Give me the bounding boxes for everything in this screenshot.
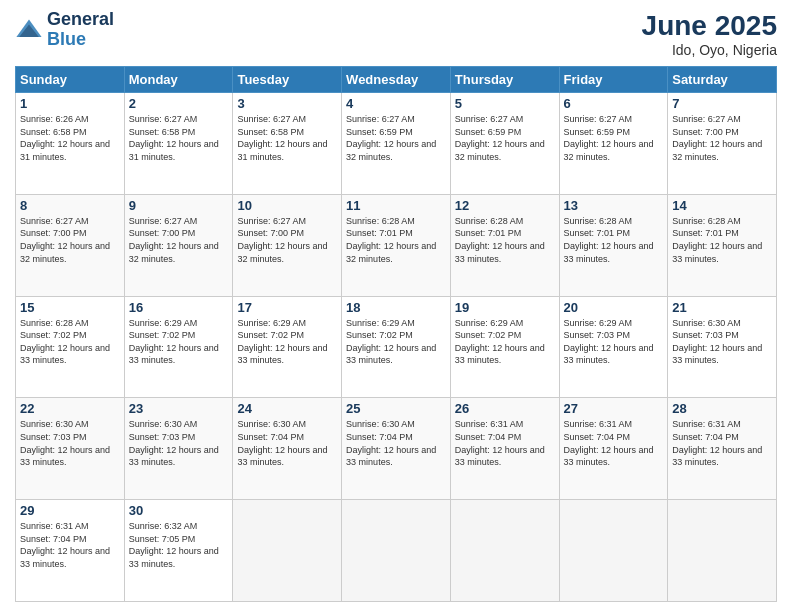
day-number: 10: [237, 198, 337, 213]
table-row: 18 Sunrise: 6:29 AM Sunset: 7:02 PM Dayl…: [342, 296, 451, 398]
day-number: 15: [20, 300, 120, 315]
table-row: 12 Sunrise: 6:28 AM Sunset: 7:01 PM Dayl…: [450, 194, 559, 296]
table-row: 8 Sunrise: 6:27 AM Sunset: 7:00 PM Dayli…: [16, 194, 125, 296]
table-row: 28 Sunrise: 6:31 AM Sunset: 7:04 PM Dayl…: [668, 398, 777, 500]
table-row: 1 Sunrise: 6:26 AM Sunset: 6:58 PM Dayli…: [16, 93, 125, 195]
day-number: 30: [129, 503, 229, 518]
table-row: 11 Sunrise: 6:28 AM Sunset: 7:01 PM Dayl…: [342, 194, 451, 296]
day-info: Sunrise: 6:30 AM Sunset: 7:03 PM Dayligh…: [20, 418, 120, 468]
day-info: Sunrise: 6:27 AM Sunset: 6:58 PM Dayligh…: [129, 113, 229, 163]
day-info: Sunrise: 6:27 AM Sunset: 6:59 PM Dayligh…: [455, 113, 555, 163]
day-number: 9: [129, 198, 229, 213]
table-row: 9 Sunrise: 6:27 AM Sunset: 7:00 PM Dayli…: [124, 194, 233, 296]
day-info: Sunrise: 6:29 AM Sunset: 7:02 PM Dayligh…: [129, 317, 229, 367]
calendar-row: 1 Sunrise: 6:26 AM Sunset: 6:58 PM Dayli…: [16, 93, 777, 195]
day-number: 24: [237, 401, 337, 416]
day-number: 5: [455, 96, 555, 111]
col-sunday: Sunday: [16, 67, 125, 93]
day-info: Sunrise: 6:28 AM Sunset: 7:01 PM Dayligh…: [346, 215, 446, 265]
day-info: Sunrise: 6:27 AM Sunset: 6:58 PM Dayligh…: [237, 113, 337, 163]
header: General Blue June 2025 Ido, Oyo, Nigeria: [15, 10, 777, 58]
location: Ido, Oyo, Nigeria: [642, 42, 777, 58]
day-number: 28: [672, 401, 772, 416]
table-row: 10 Sunrise: 6:27 AM Sunset: 7:00 PM Dayl…: [233, 194, 342, 296]
day-number: 13: [564, 198, 664, 213]
calendar-row: 15 Sunrise: 6:28 AM Sunset: 7:02 PM Dayl…: [16, 296, 777, 398]
day-info: Sunrise: 6:28 AM Sunset: 7:01 PM Dayligh…: [672, 215, 772, 265]
table-row: [559, 500, 668, 602]
day-number: 3: [237, 96, 337, 111]
table-row: 23 Sunrise: 6:30 AM Sunset: 7:03 PM Dayl…: [124, 398, 233, 500]
table-row: 15 Sunrise: 6:28 AM Sunset: 7:02 PM Dayl…: [16, 296, 125, 398]
day-info: Sunrise: 6:29 AM Sunset: 7:02 PM Dayligh…: [237, 317, 337, 367]
day-number: 17: [237, 300, 337, 315]
day-number: 16: [129, 300, 229, 315]
table-row: 17 Sunrise: 6:29 AM Sunset: 7:02 PM Dayl…: [233, 296, 342, 398]
day-number: 18: [346, 300, 446, 315]
table-row: 30 Sunrise: 6:32 AM Sunset: 7:05 PM Dayl…: [124, 500, 233, 602]
table-row: [450, 500, 559, 602]
day-info: Sunrise: 6:27 AM Sunset: 7:00 PM Dayligh…: [129, 215, 229, 265]
table-row: 13 Sunrise: 6:28 AM Sunset: 7:01 PM Dayl…: [559, 194, 668, 296]
day-info: Sunrise: 6:27 AM Sunset: 6:59 PM Dayligh…: [564, 113, 664, 163]
day-number: 6: [564, 96, 664, 111]
logo-icon: [15, 16, 43, 44]
day-number: 26: [455, 401, 555, 416]
day-info: Sunrise: 6:31 AM Sunset: 7:04 PM Dayligh…: [564, 418, 664, 468]
day-info: Sunrise: 6:30 AM Sunset: 7:03 PM Dayligh…: [129, 418, 229, 468]
table-row: 4 Sunrise: 6:27 AM Sunset: 6:59 PM Dayli…: [342, 93, 451, 195]
logo-text: General Blue: [47, 10, 114, 50]
day-number: 14: [672, 198, 772, 213]
day-number: 21: [672, 300, 772, 315]
table-row: 29 Sunrise: 6:31 AM Sunset: 7:04 PM Dayl…: [16, 500, 125, 602]
col-friday: Friday: [559, 67, 668, 93]
table-row: 7 Sunrise: 6:27 AM Sunset: 7:00 PM Dayli…: [668, 93, 777, 195]
day-info: Sunrise: 6:30 AM Sunset: 7:04 PM Dayligh…: [237, 418, 337, 468]
table-row: 22 Sunrise: 6:30 AM Sunset: 7:03 PM Dayl…: [16, 398, 125, 500]
day-number: 27: [564, 401, 664, 416]
table-row: [233, 500, 342, 602]
day-info: Sunrise: 6:28 AM Sunset: 7:01 PM Dayligh…: [455, 215, 555, 265]
day-number: 19: [455, 300, 555, 315]
day-info: Sunrise: 6:32 AM Sunset: 7:05 PM Dayligh…: [129, 520, 229, 570]
day-number: 23: [129, 401, 229, 416]
table-row: 27 Sunrise: 6:31 AM Sunset: 7:04 PM Dayl…: [559, 398, 668, 500]
day-number: 22: [20, 401, 120, 416]
table-row: 5 Sunrise: 6:27 AM Sunset: 6:59 PM Dayli…: [450, 93, 559, 195]
day-number: 2: [129, 96, 229, 111]
table-row: 6 Sunrise: 6:27 AM Sunset: 6:59 PM Dayli…: [559, 93, 668, 195]
day-info: Sunrise: 6:29 AM Sunset: 7:03 PM Dayligh…: [564, 317, 664, 367]
day-number: 11: [346, 198, 446, 213]
calendar-row: 8 Sunrise: 6:27 AM Sunset: 7:00 PM Dayli…: [16, 194, 777, 296]
title-block: June 2025 Ido, Oyo, Nigeria: [642, 10, 777, 58]
day-info: Sunrise: 6:26 AM Sunset: 6:58 PM Dayligh…: [20, 113, 120, 163]
day-info: Sunrise: 6:28 AM Sunset: 7:01 PM Dayligh…: [564, 215, 664, 265]
calendar-row: 22 Sunrise: 6:30 AM Sunset: 7:03 PM Dayl…: [16, 398, 777, 500]
col-wednesday: Wednesday: [342, 67, 451, 93]
col-saturday: Saturday: [668, 67, 777, 93]
day-number: 8: [20, 198, 120, 213]
day-info: Sunrise: 6:31 AM Sunset: 7:04 PM Dayligh…: [672, 418, 772, 468]
day-info: Sunrise: 6:27 AM Sunset: 7:00 PM Dayligh…: [20, 215, 120, 265]
calendar-row: 29 Sunrise: 6:31 AM Sunset: 7:04 PM Dayl…: [16, 500, 777, 602]
calendar-header-row: Sunday Monday Tuesday Wednesday Thursday…: [16, 67, 777, 93]
day-number: 12: [455, 198, 555, 213]
col-monday: Monday: [124, 67, 233, 93]
day-info: Sunrise: 6:31 AM Sunset: 7:04 PM Dayligh…: [455, 418, 555, 468]
logo: General Blue: [15, 10, 114, 50]
table-row: 25 Sunrise: 6:30 AM Sunset: 7:04 PM Dayl…: [342, 398, 451, 500]
day-info: Sunrise: 6:29 AM Sunset: 7:02 PM Dayligh…: [346, 317, 446, 367]
page: General Blue June 2025 Ido, Oyo, Nigeria…: [0, 0, 792, 612]
table-row: 2 Sunrise: 6:27 AM Sunset: 6:58 PM Dayli…: [124, 93, 233, 195]
day-number: 1: [20, 96, 120, 111]
month-title: June 2025: [642, 10, 777, 42]
day-info: Sunrise: 6:31 AM Sunset: 7:04 PM Dayligh…: [20, 520, 120, 570]
table-row: 20 Sunrise: 6:29 AM Sunset: 7:03 PM Dayl…: [559, 296, 668, 398]
table-row: [668, 500, 777, 602]
day-info: Sunrise: 6:29 AM Sunset: 7:02 PM Dayligh…: [455, 317, 555, 367]
day-info: Sunrise: 6:27 AM Sunset: 7:00 PM Dayligh…: [237, 215, 337, 265]
day-number: 25: [346, 401, 446, 416]
day-info: Sunrise: 6:30 AM Sunset: 7:04 PM Dayligh…: [346, 418, 446, 468]
day-number: 20: [564, 300, 664, 315]
col-tuesday: Tuesday: [233, 67, 342, 93]
